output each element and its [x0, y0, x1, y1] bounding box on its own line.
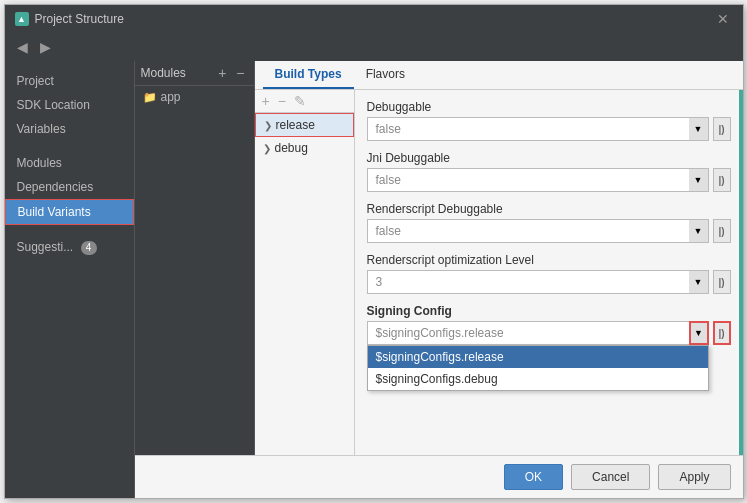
nav-bar: ◀ ▶ — [5, 33, 743, 61]
signing-config-label: Signing Config — [367, 304, 731, 318]
sidebar: Project SDK Location Variables Modules D… — [5, 61, 135, 498]
jni-debuggable-info-button[interactable]: |) — [713, 168, 731, 192]
sidebar-item-suggestions[interactable]: Suggesti... 4 — [5, 235, 134, 260]
build-type-edit-button[interactable]: ✎ — [291, 93, 309, 109]
build-type-add-button[interactable]: + — [259, 93, 273, 109]
debuggable-info-button[interactable]: |) — [713, 117, 731, 141]
renderscript-opt-value[interactable]: 3 — [367, 270, 709, 294]
sidebar-item-modules[interactable]: Modules — [5, 151, 134, 175]
renderscript-opt-row: Renderscript optimization Level 3 ▼ |) — [367, 253, 731, 294]
sidebar-item-variables[interactable]: Variables — [5, 117, 134, 141]
folder-icon: 📁 — [143, 91, 157, 104]
modules-toolbar: Modules + − — [135, 61, 254, 86]
debuggable-value[interactable]: false — [367, 117, 709, 141]
debuggable-label: Debuggable — [367, 100, 731, 114]
right-panel: Modules + − 📁 app Build Types Flavors — [135, 61, 743, 498]
suggestions-badge: 4 — [81, 241, 97, 255]
release-arrow-icon: ❯ — [264, 120, 272, 131]
close-button[interactable]: ✕ — [713, 11, 733, 27]
app-icon: ▲ — [15, 12, 29, 26]
dropdown-option-debug[interactable]: $signingConfigs.debug — [368, 368, 708, 390]
renderscript-debuggable-arrow[interactable]: ▼ — [689, 219, 709, 243]
signing-config-dropdown: $signingConfigs.release $signingConfigs.… — [367, 345, 709, 391]
build-type-release[interactable]: ❯ release — [255, 113, 354, 137]
debuggable-arrow[interactable]: ▼ — [689, 117, 709, 141]
renderscript-debuggable-select-wrapper: false ▼ — [367, 219, 709, 243]
back-button[interactable]: ◀ — [13, 37, 32, 57]
signing-config-arrow[interactable]: ▼ — [689, 321, 709, 345]
modules-panel: Modules + − 📁 app — [135, 61, 255, 455]
renderscript-opt-label: Renderscript optimization Level — [367, 253, 731, 267]
renderscript-opt-input-row: 3 ▼ |) — [367, 270, 731, 294]
modules-title: Modules — [141, 66, 212, 80]
renderscript-debuggable-input-row: false ▼ |) — [367, 219, 731, 243]
debuggable-row: Debuggable false ▼ |) — [367, 100, 731, 141]
renderscript-debuggable-info-button[interactable]: |) — [713, 219, 731, 243]
cancel-button[interactable]: Cancel — [571, 464, 650, 490]
content-panel: Build Types Flavors + − ✎ — [255, 61, 743, 455]
renderscript-debuggable-value[interactable]: false — [367, 219, 709, 243]
jni-debuggable-input-row: false ▼ |) — [367, 168, 731, 192]
title-bar-left: ▲ Project Structure — [15, 12, 124, 26]
sidebar-divider — [5, 141, 134, 151]
build-type-remove-button[interactable]: − — [275, 93, 289, 109]
jni-debuggable-select-wrapper: false ▼ — [367, 168, 709, 192]
modules-add-button[interactable]: + — [215, 65, 229, 81]
signing-config-info-button[interactable]: |) — [713, 321, 731, 345]
split-panel: Modules + − 📁 app Build Types Flavors — [135, 61, 743, 455]
renderscript-debuggable-row: Renderscript Debuggable false ▼ |) — [367, 202, 731, 243]
renderscript-opt-arrow[interactable]: ▼ — [689, 270, 709, 294]
renderscript-opt-info-button[interactable]: |) — [713, 270, 731, 294]
ok-button[interactable]: OK — [504, 464, 563, 490]
debuggable-select-wrapper: false ▼ — [367, 117, 709, 141]
jni-debuggable-arrow[interactable]: ▼ — [689, 168, 709, 192]
properties-panel: Debuggable false ▼ |) — [355, 90, 743, 455]
signing-config-row: Signing Config $signingConfigs.release ▼… — [367, 304, 731, 345]
forward-button[interactable]: ▶ — [36, 37, 55, 57]
project-structure-dialog: ▲ Project Structure ✕ ◀ ▶ Project SDK Lo… — [4, 4, 744, 499]
apply-button[interactable]: Apply — [658, 464, 730, 490]
jni-debuggable-label: Jni Debuggable — [367, 151, 731, 165]
dropdown-option-release[interactable]: $signingConfigs.release — [368, 346, 708, 368]
renderscript-debuggable-label: Renderscript Debuggable — [367, 202, 731, 216]
signing-config-value[interactable]: $signingConfigs.release — [367, 321, 709, 345]
dialog-title: Project Structure — [35, 12, 124, 26]
module-item-app[interactable]: 📁 app — [135, 86, 254, 108]
signing-config-input-row: $signingConfigs.release ▼ |) — [367, 321, 731, 345]
jni-debuggable-row: Jni Debuggable false ▼ |) — [367, 151, 731, 192]
renderscript-opt-select-wrapper: 3 ▼ — [367, 270, 709, 294]
tabs-bar: Build Types Flavors — [255, 61, 743, 90]
debug-arrow-icon: ❯ — [263, 143, 271, 154]
sidebar-item-build-variants[interactable]: Build Variants — [5, 199, 134, 225]
bottom-bar: OK Cancel Apply — [135, 455, 743, 498]
build-type-debug[interactable]: ❯ debug — [255, 137, 354, 159]
sidebar-item-sdk[interactable]: SDK Location — [5, 93, 134, 117]
sidebar-item-project[interactable]: Project — [5, 69, 134, 93]
sidebar-divider-2 — [5, 225, 134, 235]
title-bar: ▲ Project Structure ✕ — [5, 5, 743, 33]
modules-remove-button[interactable]: − — [233, 65, 247, 81]
debuggable-input-row: false ▼ |) — [367, 117, 731, 141]
build-types-panel: + − ✎ ❯ release ❯ debug — [255, 90, 743, 455]
tab-build-types[interactable]: Build Types — [263, 61, 354, 89]
main-content: Project SDK Location Variables Modules D… — [5, 61, 743, 498]
jni-debuggable-value[interactable]: false — [367, 168, 709, 192]
signing-config-select-wrapper: $signingConfigs.release ▼ — [367, 321, 709, 345]
build-types-list: + − ✎ ❯ release ❯ debug — [255, 90, 355, 455]
tab-flavors[interactable]: Flavors — [354, 61, 417, 89]
build-types-toolbar: + − ✎ — [255, 90, 354, 113]
sidebar-item-dependencies[interactable]: Dependencies — [5, 175, 134, 199]
vertical-indicator — [739, 90, 743, 455]
